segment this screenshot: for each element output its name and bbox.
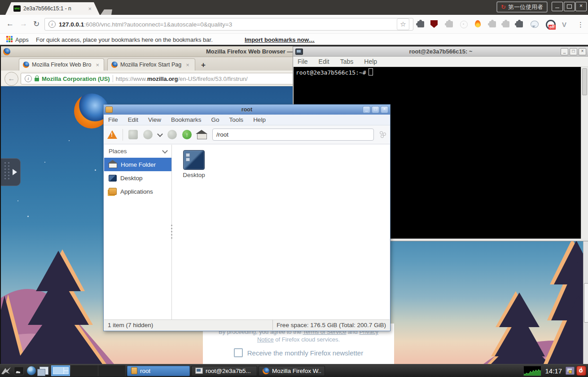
sidebar-item-desktop[interactable]: Desktop: [104, 171, 171, 185]
fm-menu-bookmarks[interactable]: Bookmarks: [171, 116, 202, 123]
ublock-shield-icon[interactable]: [430, 20, 438, 28]
forward-nav-icon[interactable]: [167, 130, 177, 139]
workspace-pager-3[interactable]: [98, 365, 126, 376]
proxy-off-extension-icon[interactable]: off: [546, 20, 556, 30]
extension-puzzle-gray2-icon[interactable]: [489, 21, 496, 27]
fm-close-button[interactable]: ×: [381, 106, 388, 113]
atom-extension-icon[interactable]: [460, 21, 468, 28]
newsletter-checkbox[interactable]: [234, 348, 243, 357]
sidebar-desktop-label: Desktop: [120, 175, 143, 182]
chrome-tab[interactable]: vnc 2e3a7b566c15:1 - n ×: [5, 2, 100, 15]
taskbar-task-terminal[interactable]: root@2e3a7b5...: [191, 366, 257, 376]
places-collapse-icon[interactable]: [162, 148, 168, 154]
window-minimize-button[interactable]: [552, 2, 563, 11]
flame-extension-icon[interactable]: [475, 20, 481, 27]
screen-lock-icon[interactable]: [566, 367, 575, 375]
terminal-menu-edit[interactable]: Edit: [319, 58, 329, 65]
back-icon[interactable]: ←: [6, 19, 14, 28]
up-directory-icon[interactable]: ↑: [182, 130, 192, 139]
bookmark-star-icon[interactable]: ☆: [397, 18, 409, 30]
firefox-tab-background[interactable]: Mozilla Firefox Start Pag ×: [107, 58, 195, 71]
firefox-new-tab-button[interactable]: +: [201, 61, 206, 70]
apps-shortcut[interactable]: Apps: [15, 36, 29, 43]
terminal-minimize-button[interactable]: _: [561, 48, 568, 55]
reload-icon[interactable]: ↻: [33, 19, 39, 29]
fm-titlebar[interactable]: root _ □ ×: [104, 105, 390, 115]
terminal-maximize-button[interactable]: □: [570, 48, 577, 55]
terminal-close-button[interactable]: ×: [579, 48, 586, 55]
terminal-scrollbar-thumb[interactable]: [582, 68, 587, 95]
root-warning-icon: [107, 130, 117, 139]
firefox-tab-active[interactable]: Mozilla Firefox Web Bro ×: [19, 58, 104, 71]
window-maximize-button[interactable]: [564, 2, 575, 11]
path-input[interactable]: /root: [212, 129, 374, 141]
extension-puzzle-gray-icon[interactable]: [446, 21, 453, 27]
fm-maximize-button[interactable]: □: [372, 106, 379, 113]
fm-menu-go[interactable]: Go: [211, 116, 219, 123]
extension-puzzle-gray3-icon[interactable]: [503, 21, 509, 27]
show-desktop-button[interactable]: [13, 365, 25, 377]
terminal-titlebar[interactable]: root@2e3a7b566c15: ~ _ □ ×: [293, 47, 588, 57]
taskbar-task-firefox[interactable]: Mozilla Firefox W...: [259, 366, 325, 376]
firefox-back-button[interactable]: ←: [4, 72, 18, 86]
home-icon[interactable]: [197, 134, 207, 139]
terminal-menu-tabs[interactable]: Tabs: [340, 58, 354, 65]
terms-post: of Firefox cloud services.: [274, 336, 340, 343]
url-rest: :6080/vnc.html?autoconnect=1&autoscale=0…: [84, 21, 232, 28]
home-folder-icon: [109, 164, 117, 168]
power-button[interactable]: [576, 366, 586, 376]
extension-puzzle-dark2-icon[interactable]: [516, 21, 523, 27]
fm-menu-help[interactable]: Help: [253, 116, 266, 123]
fm-menu-file[interactable]: File: [108, 116, 118, 123]
workspace-pager-2[interactable]: [71, 365, 98, 376]
file-item-desktop[interactable]: Desktop: [180, 150, 208, 178]
vimium-extension-icon[interactable]: V: [562, 21, 566, 28]
url-path: /en-US/firefox/53.0/firstrun/: [178, 75, 247, 82]
new-tab-icon[interactable]: [128, 130, 138, 139]
chrome-menu-icon[interactable]: ⋮: [577, 21, 584, 29]
firefox-window-title: Mozilla Firefox Web Browser —: [206, 48, 293, 55]
firefox-tab2-close-icon[interactable]: ×: [186, 62, 189, 68]
page-scrollbar-thumb[interactable]: [584, 283, 588, 323]
view-options-icon[interactable]: [379, 131, 386, 138]
firefox-tab1-close-icon[interactable]: ×: [96, 62, 99, 68]
terminal-menu-file[interactable]: File: [298, 58, 308, 65]
chrome-tab-close-icon[interactable]: ×: [88, 5, 92, 12]
sidebar-item-applications[interactable]: Applications: [104, 185, 171, 198]
workspace-pager-active[interactable]: [51, 365, 70, 376]
taskbar-task-filemanager[interactable]: root: [127, 366, 190, 376]
speech-bubble-extension-icon[interactable]: [531, 21, 539, 28]
terminal-scrollbar[interactable]: [581, 67, 588, 239]
firefox-tab2-title: Mozilla Firefox Start Pag: [120, 62, 181, 68]
page-info-icon[interactable]: i: [48, 21, 56, 28]
terminal-menu-help[interactable]: Help: [364, 58, 377, 65]
app-menu-button[interactable]: [0, 365, 13, 377]
profile-badge[interactable]: ↻ 第一位使用者: [496, 1, 548, 13]
forward-icon[interactable]: →: [20, 19, 27, 28]
firefox-page-info-icon[interactable]: i: [25, 75, 32, 82]
cpu-monitor[interactable]: [523, 366, 541, 376]
window-close-button[interactable]: ×: [575, 2, 587, 11]
task-fm-label: root: [140, 368, 150, 374]
chrome-tab-stub[interactable]: [101, 9, 112, 15]
clock[interactable]: 14:17: [545, 367, 562, 375]
import-bookmarks-link[interactable]: Import bookmarks now…: [245, 36, 315, 43]
desktop-icon: [109, 175, 117, 182]
history-chevron-icon[interactable]: [157, 131, 163, 137]
sidebar-item-home[interactable]: Home Folder: [104, 158, 171, 171]
web-browser-launcher[interactable]: [25, 365, 38, 377]
show-desktop-icon: [14, 367, 24, 375]
fm-menu-edit[interactable]: Edit: [128, 116, 138, 123]
fm-menu-tools[interactable]: Tools: [229, 116, 244, 123]
fm-minimize-button[interactable]: _: [363, 106, 370, 113]
file-manager-launcher[interactable]: [38, 365, 50, 377]
fm-menu-view[interactable]: View: [148, 116, 161, 123]
identity-label[interactable]: Mozilla Corporation (US): [42, 75, 110, 82]
fm-file-view[interactable]: Desktop: [172, 145, 390, 319]
address-bar[interactable]: i 127.0.0.1:6080/vnc.html?autoconnect=1&…: [44, 18, 413, 31]
places-header[interactable]: Places: [104, 145, 171, 158]
apps-grid-icon[interactable]: [6, 36, 13, 42]
back-nav-icon[interactable]: [143, 130, 153, 139]
extension-puzzle-dark-icon[interactable]: [417, 21, 424, 27]
novnc-handle[interactable]: [1, 158, 21, 186]
